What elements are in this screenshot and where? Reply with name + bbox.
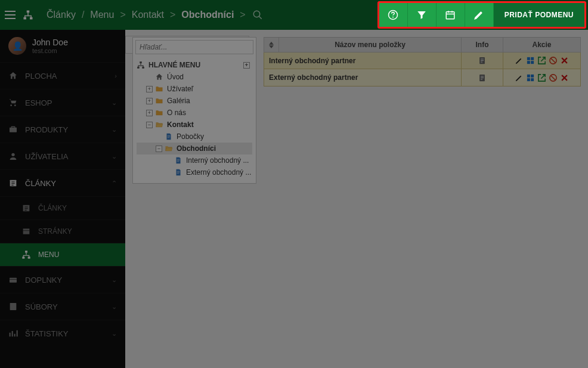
hamburger-icon[interactable] — [5, 11, 16, 19]
tree-node[interactable]: Interný obchodný ... — [137, 154, 252, 166]
folder-icon — [155, 97, 163, 105]
chevron-icon: ⌄ — [112, 99, 117, 107]
row-info — [462, 52, 503, 69]
tree-node[interactable]: Externý obchodný ... — [137, 166, 252, 178]
user-name: John Doe — [32, 38, 68, 47]
sitemap-icon[interactable] — [23, 10, 33, 20]
svg-rect-0 — [27, 11, 30, 13]
edit-button[interactable] — [465, 3, 494, 27]
sidebar-item-užívatelia[interactable]: UŽÍVATELIA⌄ — [0, 143, 125, 169]
svg-point-8 — [11, 153, 14, 156]
note-icon[interactable] — [478, 56, 487, 65]
chevron-icon: ⌄ — [112, 153, 117, 160]
sidebar-item-label: ČLÁNKY — [25, 179, 112, 188]
tree-toggle[interactable]: + — [146, 98, 153, 104]
tree-header[interactable]: HLAVNÉ MENU + — [137, 59, 252, 71]
sidebar-subitem-menu[interactable]: MENU — [0, 243, 125, 266]
help-button[interactable] — [379, 3, 408, 27]
folder-open-icon — [155, 120, 163, 129]
grid-icon[interactable] — [526, 56, 535, 65]
tree-node[interactable]: Pobočky — [137, 131, 252, 143]
sidebar-subitem-články[interactable]: ČLÁNKY — [0, 197, 125, 219]
disable-icon[interactable] — [549, 73, 558, 82]
global-search[interactable] — [246, 0, 270, 30]
calendar-button[interactable] — [437, 3, 465, 27]
page-icon — [165, 132, 173, 141]
content-area: Názov menu položky Info Akcie Interný ob… — [264, 37, 581, 86]
filter-icon — [416, 10, 427, 20]
svg-rect-7 — [10, 128, 17, 132]
edit-icon[interactable] — [515, 73, 524, 82]
nav-icon — [8, 178, 18, 188]
tree-node[interactable]: −Obchodníci — [137, 143, 252, 154]
sidebar-item-články[interactable]: ČLÁNKY⌃ — [0, 170, 125, 196]
tree-header-label: HLAVNÉ MENU — [148, 61, 243, 69]
nav-icon — [8, 125, 18, 134]
delete-icon[interactable] — [560, 73, 569, 82]
tree-node-label: Užívateľ — [167, 85, 193, 93]
svg-rect-13 — [22, 256, 24, 258]
external-link-icon[interactable] — [537, 73, 546, 82]
main-content: HLAVNÉ MENU + Úvod+Užívateľ+Galéria+O ná… — [125, 30, 588, 368]
user-block[interactable]: 👤 John Doe test.com — [0, 30, 125, 62]
external-link-icon[interactable] — [537, 56, 546, 65]
table-body: Interný obchodný partnerExterný obchodný… — [264, 52, 581, 86]
breadcrumb-sep: > — [170, 10, 175, 20]
sidebar-item-label: STRÁNKY — [38, 227, 117, 236]
svg-rect-30 — [531, 78, 534, 81]
breadcrumb-sep: > — [120, 10, 125, 20]
help-icon — [388, 10, 398, 20]
edit-icon[interactable] — [515, 56, 524, 65]
home-icon — [155, 73, 163, 81]
sidebar-item-label: ČLÁNKY — [38, 204, 117, 212]
row-name[interactable]: Interný obchodný partner — [264, 52, 462, 69]
svg-rect-11 — [23, 228, 30, 234]
sidebar-item-label: MENU — [38, 251, 117, 259]
row-actions — [503, 69, 581, 86]
sidebar-item-štatistiky[interactable]: ŠTATISTIKY⌄ — [0, 320, 125, 347]
svg-rect-29 — [527, 78, 530, 81]
sidebar-item-produkty[interactable]: PRODUKTY⌄ — [0, 116, 125, 143]
folder-icon — [155, 85, 163, 93]
tree-add-icon[interactable]: + — [243, 62, 250, 69]
breadcrumb-sep: > — [240, 10, 245, 20]
breadcrumb-item[interactable]: Menu — [90, 10, 114, 20]
tree-toggle[interactable]: − — [146, 122, 153, 128]
note-icon[interactable] — [478, 73, 487, 82]
disable-icon[interactable] — [549, 56, 558, 65]
tree-toggle[interactable]: − — [156, 146, 162, 152]
sidebar-item-doplnky[interactable]: DOPLNKY⌄ — [0, 267, 125, 293]
delete-icon[interactable] — [560, 56, 569, 65]
filter-button[interactable] — [408, 3, 437, 27]
grid-icon[interactable] — [526, 73, 535, 82]
svg-rect-27 — [527, 75, 530, 78]
svg-rect-17 — [140, 61, 142, 63]
sort-column-header[interactable] — [264, 38, 279, 52]
tree-node[interactable]: +O nás — [137, 107, 252, 119]
nav-icon — [8, 302, 18, 311]
tree-node[interactable]: +Galéria — [137, 95, 252, 107]
svg-point-5 — [392, 17, 394, 18]
nav-icon — [8, 98, 18, 107]
sidebar-subitem-stránky[interactable]: STRÁNKY — [0, 220, 125, 243]
tree-toggle[interactable]: + — [146, 110, 153, 116]
sidebar-item-eshop[interactable]: ESHOP⌄ — [0, 89, 125, 116]
tree-node[interactable]: +Užívateľ — [137, 83, 252, 95]
breadcrumb-item[interactable]: Kontakt — [132, 10, 164, 20]
breadcrumb-current: Obchodníci — [181, 10, 234, 20]
sidebar-item-label: UŽÍVATELIA — [25, 152, 112, 161]
name-column-header[interactable]: Názov menu položky — [279, 38, 462, 52]
info-column-header: Info — [462, 38, 503, 52]
tree-node[interactable]: −Kontakt — [137, 119, 252, 131]
nav-icon — [8, 275, 18, 284]
pencil-icon — [474, 10, 484, 20]
tree-search-input[interactable] — [135, 40, 253, 54]
sidebar-item-plocha[interactable]: PLOCHA› — [0, 63, 125, 89]
tree-node[interactable]: Úvod — [137, 71, 252, 83]
add-submenu-button[interactable]: PRIDAŤ PODMENU — [494, 3, 584, 27]
tree-toggle[interactable]: + — [146, 86, 153, 92]
row-name[interactable]: Externý obchodný partner — [264, 69, 462, 86]
breadcrumb-item[interactable]: Články — [47, 10, 76, 20]
sidebar-item-súbory[interactable]: SÚBORY⌄ — [0, 293, 125, 320]
chevron-icon: › — [114, 72, 117, 79]
